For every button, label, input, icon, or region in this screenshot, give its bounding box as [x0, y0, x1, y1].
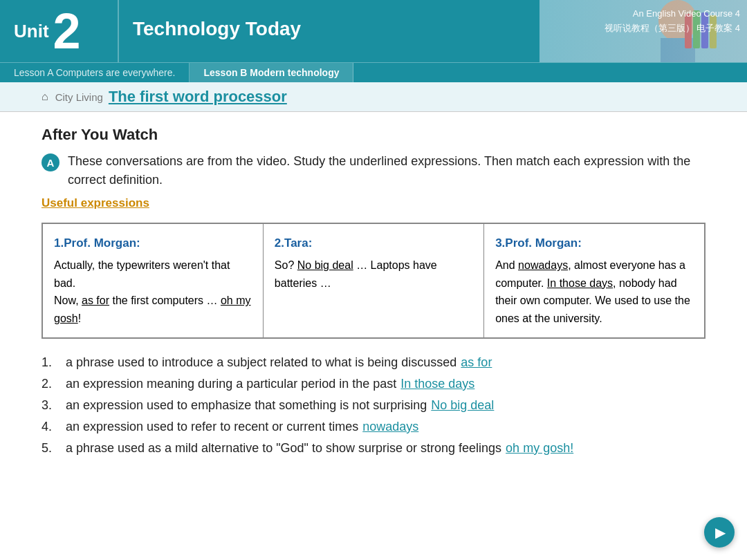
tab-lesson-b[interactable]: Lesson B Modern technology	[190, 63, 353, 82]
def-item-3: 3. an expression used to emphasize that …	[42, 398, 706, 413]
def-answer-5: oh my gosh!	[506, 441, 573, 456]
def-answer-3: No big deal	[431, 398, 494, 413]
expr-as-for: as for	[82, 295, 109, 306]
header: Unit 2 Technology Today An English Video…	[0, 0, 747, 62]
header-main-title: Technology Today	[133, 18, 540, 40]
def-num-3: 3.	[42, 398, 62, 413]
def-item-5: 5. a phrase used as a mild alternative t…	[42, 441, 706, 456]
def-num-5: 5.	[42, 441, 62, 456]
def-answer-1: as for	[461, 355, 492, 370]
def-answer-2: In those days	[400, 377, 474, 391]
def-text-4: an expression used to refer to recent or…	[62, 420, 358, 434]
header-title-block: Technology Today	[118, 0, 540, 62]
def-num-4: 4.	[42, 420, 62, 434]
unit-block: Unit 2	[0, 0, 118, 62]
unit-number: 2	[53, 6, 81, 56]
def-item-2: 2. an expression meaning during a partic…	[42, 377, 706, 391]
conversations-table: 1.Prof. Morgan: Actually, the typewriter…	[42, 223, 706, 339]
instruction-block: A These conversations are from the video…	[42, 152, 706, 189]
def-item-4: 4. an expression used to refer to recent…	[42, 420, 706, 434]
conv-cell-2: 2.Tara: So? No big deal … Laptops have b…	[263, 223, 483, 338]
def-text-5: a phrase used as a mild alternative to "…	[62, 441, 501, 456]
instruction-text: These conversations are from the video. …	[68, 152, 706, 189]
def-text-1: a phrase used to introduce a subject rel…	[62, 355, 456, 370]
nav-tabs: Lesson A Computers are everywhere. Lesso…	[0, 62, 747, 82]
useful-expressions-link[interactable]: Useful expressions	[42, 196, 149, 210]
expr-in-those-days: In those days	[547, 277, 613, 289]
expr-no-big-deal: No big deal	[297, 259, 353, 271]
speaker-1: 1.Prof. Morgan:	[54, 234, 252, 252]
breadcrumb-bar: ⌂ City Living The first word processor	[0, 82, 747, 112]
speaker-2: 2.Tara:	[275, 234, 472, 252]
header-info: An English Video Course 4 视听说教程（第三版） 电子教…	[605, 7, 740, 36]
speaker-3: 3.Prof. Morgan:	[495, 234, 693, 252]
main-content: After You Watch A These conversations ar…	[0, 112, 747, 476]
breadcrumb-title[interactable]: The first word processor	[109, 88, 287, 106]
def-num-1: 1.	[42, 355, 62, 370]
expr-nowadays: nowadays	[518, 259, 568, 271]
conv-cell-1: 1.Prof. Morgan: Actually, the typewriter…	[42, 223, 263, 338]
play-button[interactable]: ▶	[704, 517, 735, 548]
course-info-line1: An English Video Course 4	[605, 7, 740, 21]
section-heading: After You Watch	[42, 126, 706, 144]
course-info-line2: 视听说教程（第三版） 电子教案 4	[605, 21, 740, 36]
def-num-2: 2.	[42, 377, 62, 391]
unit-label: Unit	[14, 21, 49, 42]
def-item-1: 1. a phrase used to introduce a subject …	[42, 355, 706, 370]
home-icon[interactable]: ⌂	[42, 91, 48, 103]
label-a: A	[42, 153, 59, 171]
def-answer-4: nowadays	[362, 420, 418, 434]
play-icon: ▶	[715, 524, 726, 541]
conv-cell-3: 3.Prof. Morgan: And nowadays, almost eve…	[484, 223, 705, 338]
definitions-list: 1. a phrase used to introduce a subject …	[42, 355, 706, 456]
def-text-3: an expression used to emphasize that som…	[62, 398, 427, 413]
tab-lesson-a[interactable]: Lesson A Computers are everywhere.	[0, 63, 190, 82]
def-text-2: an expression meaning during a particula…	[62, 377, 396, 391]
breadcrumb-section: City Living	[55, 91, 103, 103]
